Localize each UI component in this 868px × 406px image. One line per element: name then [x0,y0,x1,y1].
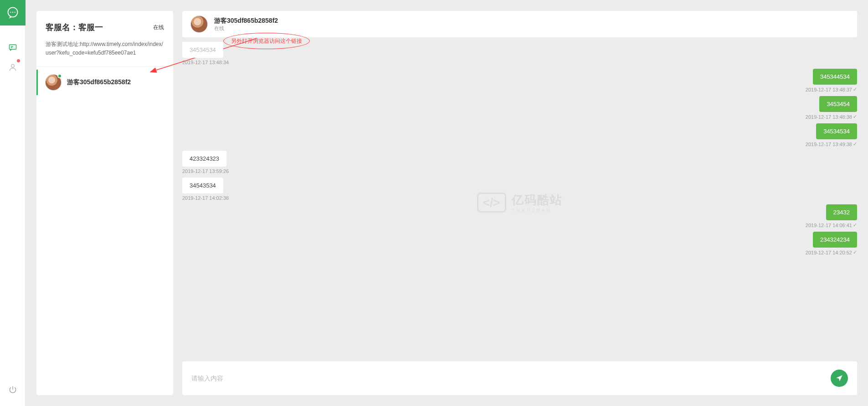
check-icon: ✓ [853,141,857,147]
check-icon: ✓ [853,249,857,255]
send-icon [835,374,843,382]
agent-status: 在线 [153,24,164,31]
agent-name: 客服名：客服一 [46,22,103,33]
nav-messages[interactable] [0,37,26,57]
message-timestamp: 2019-12-17 14:20:52✓ [806,249,857,255]
message-bubble: 3453454 [819,96,857,112]
avatar [45,74,62,91]
received-message: 4233243232019-12-17 13:59:26 [182,151,857,174]
chat-input-bar [182,361,857,395]
chat-panel: 游客305df865b2858f2 在线 另外打开浏览器访问这个链接 </> 亿… [182,11,857,395]
contact-item[interactable]: 游客305df865b2858f2 [36,70,173,95]
message-list[interactable]: </> 亿码酷站 YMKUZHAN 345345342019-12-17 13:… [182,37,857,358]
message-timestamp: 2019-12-17 13:48:38✓ [806,114,857,120]
message-bubble: 34534534 [182,42,223,58]
message-timestamp: 2019-12-17 14:06:41✓ [806,222,857,228]
message-bubble: 34543534 [182,178,223,193]
message-input[interactable] [191,375,831,382]
check-icon: ✓ [853,86,857,92]
nav-power[interactable] [0,380,26,400]
sent-message: 34534542019-12-17 13:48:38✓ [182,96,857,120]
chat-bubble-icon [6,6,19,19]
svg-point-3 [14,12,15,13]
send-button[interactable] [831,370,848,387]
svg-rect-4 [9,45,16,49]
sent-message: 234322019-12-17 14:06:41✓ [182,204,857,228]
message-timestamp: 2019-12-17 13:49:38✓ [806,141,857,147]
sent-message: 2343242342019-12-17 14:20:52✓ [182,232,857,255]
chat-peer-status: 在线 [214,25,278,32]
svg-point-1 [10,12,11,13]
user-icon [8,63,17,72]
sidebar: 客服名：客服一 在线 游客测试地址:http://www.timely.com/… [36,11,173,395]
message-timestamp: 2019-12-17 13:59:26 [182,168,229,174]
contact-name: 游客305df865b2858f2 [67,78,131,86]
nav-contacts[interactable] [0,57,26,77]
svg-point-2 [12,12,13,13]
nav-logo[interactable] [0,0,26,25]
notification-dot [17,59,20,62]
sent-message: 345345342019-12-17 13:49:38✓ [182,123,857,147]
contact-list: 游客305df865b2858f2 [36,66,173,95]
guest-test-url: 游客测试地址:http://www.timely.com/index/index… [36,38,173,66]
message-bubble: 23432 [826,204,857,220]
chat-header: 游客305df865b2858f2 在线 另外打开浏览器访问这个链接 [182,11,857,37]
message-timestamp: 2019-12-17 13:48:37✓ [806,86,857,92]
power-icon [8,385,17,394]
svg-point-5 [11,64,14,67]
message-timestamp: 2019-12-17 14:02:38 [182,195,229,201]
avatar [190,15,208,33]
check-icon: ✓ [853,114,857,120]
message-bubble: 34534534 [816,123,857,139]
message-bubble: 423324323 [182,151,226,167]
message-bubble: 234324234 [813,232,857,248]
left-nav [0,0,26,406]
received-message: 345435342019-12-17 14:02:38 [182,178,857,201]
received-message: 345345342019-12-17 13:48:34 [182,42,857,65]
chat-peer-name: 游客305df865b2858f2 [214,17,278,25]
online-dot [57,74,62,78]
message-timestamp: 2019-12-17 13:48:34 [182,60,229,65]
check-icon: ✓ [853,222,857,228]
message-bubble: 345344534 [813,69,857,85]
message-icon [8,43,17,52]
sent-message: 3453445342019-12-17 13:48:37✓ [182,69,857,92]
